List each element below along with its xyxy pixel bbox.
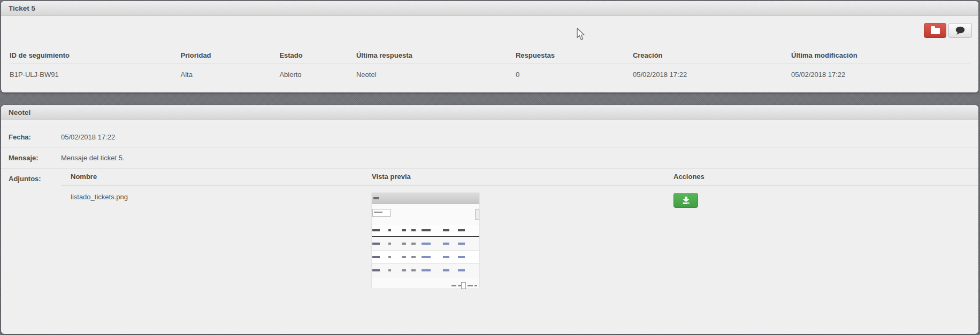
fecha-label: Fecha: [1,127,61,147]
col-tracking-id: ID de seguimiento [10,51,181,64]
message-panel: Neotel Fecha: 05/02/2018 17:22 Mensaje: … [1,105,978,334]
attachment-row: listado_tickets.png [61,186,978,295]
mensaje-label: Mensaje: [1,148,61,168]
cell-tracking-id: B1P-ULJ-BW91 [10,64,181,82]
field-row-fecha: Fecha: 05/02/2018 17:22 [1,127,978,147]
col-priority: Prioridad [181,51,280,64]
cell-status: Abierto [279,64,356,82]
col-status: Estado [279,51,356,64]
thumb-pagination [450,281,477,287]
col-created: Creación [633,51,791,64]
comment-icon [955,26,966,35]
col-attach-actions: Acciones [664,169,978,186]
col-modified: Última modificación [791,51,970,64]
mensaje-value: Mensaje del ticket 5. [61,148,125,168]
field-row-mensaje: Mensaje: Mensaje del ticket 5. [1,147,978,168]
reply-button[interactable] [948,23,972,38]
ticket-table-header-row: ID de seguimiento Prioridad Estado Últim… [10,51,970,64]
thumb-table-header [372,225,479,237]
attachments-header-row: Nombre Vista previa Acciones [61,169,978,186]
ticket-panel: Ticket 5 ID de seguimiento Prioridad Est… [1,1,978,92]
thumb-body [372,204,479,289]
download-icon [682,196,691,205]
col-attach-name: Nombre [61,169,362,186]
adjuntos-label: Adjuntos: [1,169,61,189]
attachment-preview-thumbnail[interactable] [372,193,479,289]
cell-priority: Alta [181,64,280,82]
cell-replies: 0 [516,64,633,82]
thumb-search-box [372,209,391,217]
col-last-reply: Última respuesta [356,51,516,64]
cell-modified: 05/02/2018 17:22 [791,64,970,82]
ticket-panel-title: Ticket 5 [1,1,978,16]
close-ticket-button[interactable] [924,23,946,38]
col-replies: Respuestas [516,51,633,64]
message-panel-body: Fecha: 05/02/2018 17:22 Mensaje: Mensaje… [1,120,978,295]
attachment-name: listado_tickets.png [61,186,362,295]
cell-last-reply: Neotel [356,64,516,82]
attachments-table: Nombre Vista previa Acciones listado_tic… [61,169,978,295]
thumb-side-button [475,209,479,220]
col-attach-preview: Vista previa [362,169,664,186]
page: { "colors": { "accent_red": "#c0392f", "… [0,0,980,335]
thumb-titlebar [372,193,479,204]
message-panel-title: Neotel [1,105,978,120]
field-row-adjuntos: Adjuntos: Nombre Vista previa Acciones l… [1,168,978,295]
download-attachment-button[interactable] [673,193,698,208]
ticket-table: ID de seguimiento Prioridad Estado Últim… [10,51,970,82]
ticket-row: B1P-ULJ-BW91 Alta Abierto Neotel 0 05/02… [10,64,970,82]
thumb-table-rows [372,237,479,277]
cell-created: 05/02/2018 17:22 [633,64,791,82]
fecha-value: 05/02/2018 17:22 [61,127,115,147]
folder-icon [931,28,940,34]
